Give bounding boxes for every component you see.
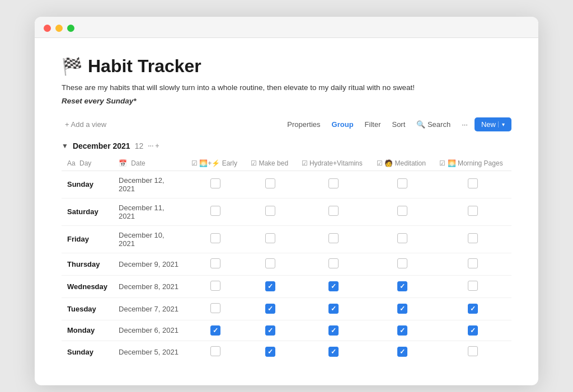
checkbox-3-1[interactable] <box>265 258 275 268</box>
check-cell-5-1[interactable] <box>245 297 296 320</box>
checkbox-7-2[interactable] <box>328 347 339 357</box>
check-cell-5-4[interactable] <box>434 297 511 320</box>
check-cell-1-0[interactable] <box>186 198 245 225</box>
checkbox-1-3[interactable] <box>397 206 407 216</box>
checkbox-1-4[interactable] <box>468 206 478 216</box>
check-cell-1-2[interactable] <box>296 198 371 225</box>
check-cell-3-4[interactable] <box>434 253 511 275</box>
checkbox-1-1[interactable] <box>265 206 275 216</box>
checkbox-7-1[interactable] <box>265 347 275 357</box>
checkbox-3-2[interactable] <box>328 258 339 268</box>
check-cell-6-3[interactable] <box>371 320 434 341</box>
check-cell-6-2[interactable] <box>296 320 371 341</box>
check-cell-0-3[interactable] <box>371 171 434 198</box>
checkbox-6-3[interactable] <box>397 325 407 336</box>
checkbox-6-4[interactable] <box>468 325 478 336</box>
group-button[interactable]: Group <box>327 118 358 131</box>
col-early: ☑ 🌅+⚡ Early <box>186 156 245 171</box>
check-cell-0-2[interactable] <box>296 171 371 198</box>
checkbox-4-0[interactable] <box>210 281 220 291</box>
check-cell-2-2[interactable] <box>296 225 371 253</box>
checkbox-1-0[interactable] <box>210 206 220 216</box>
checkbox-2-3[interactable] <box>397 233 407 243</box>
check-cell-0-4[interactable] <box>434 171 511 198</box>
checkbox-3-4[interactable] <box>468 258 478 268</box>
check-cell-2-4[interactable] <box>434 225 511 253</box>
checkbox-3-3[interactable] <box>397 258 407 268</box>
day-col-icon: Aa <box>67 159 76 167</box>
checkbox-5-3[interactable] <box>397 304 407 314</box>
check-cell-2-1[interactable] <box>245 225 296 253</box>
checkbox-0-4[interactable] <box>468 178 478 188</box>
check-cell-5-0[interactable] <box>186 297 245 320</box>
check-cell-4-3[interactable] <box>371 275 434 297</box>
check-cell-7-3[interactable] <box>371 341 434 363</box>
checkbox-7-3[interactable] <box>397 347 407 357</box>
date-cell: December 8, 2021 <box>113 275 186 297</box>
checkbox-0-1[interactable] <box>265 178 275 188</box>
check-cell-7-4[interactable] <box>434 341 511 363</box>
check-cell-7-1[interactable] <box>245 341 296 363</box>
check-cell-4-1[interactable] <box>245 275 296 297</box>
check-cell-0-0[interactable] <box>186 171 245 198</box>
checkbox-5-0[interactable] <box>210 303 220 313</box>
group-actions[interactable]: ··· + <box>148 142 159 150</box>
checkbox-0-0[interactable] <box>210 178 220 188</box>
check-cell-1-3[interactable] <box>371 198 434 225</box>
checkbox-2-2[interactable] <box>328 233 339 243</box>
checkbox-0-3[interactable] <box>397 178 407 188</box>
check-cell-2-0[interactable] <box>186 225 245 253</box>
check-cell-7-0[interactable] <box>186 341 245 363</box>
check-cell-6-1[interactable] <box>245 320 296 341</box>
close-button[interactable] <box>44 25 51 32</box>
checkbox-6-2[interactable] <box>328 325 339 336</box>
page-title-text: Habit Tracker <box>88 56 201 77</box>
checkbox-1-2[interactable] <box>328 206 339 216</box>
checkbox-4-3[interactable] <box>397 281 407 291</box>
checkbox-2-4[interactable] <box>468 233 478 243</box>
check-cell-3-2[interactable] <box>296 253 371 275</box>
checkbox-3-0[interactable] <box>210 258 220 268</box>
checkbox-4-2[interactable] <box>328 281 339 291</box>
check-cell-3-3[interactable] <box>371 253 434 275</box>
check-cell-1-4[interactable] <box>434 198 511 225</box>
maximize-button[interactable] <box>67 25 74 32</box>
check-cell-5-2[interactable] <box>296 297 371 320</box>
new-button-chevron: ▾ <box>498 121 505 127</box>
checkbox-7-4[interactable] <box>468 346 478 356</box>
search-button[interactable]: 🔍 Search <box>412 118 455 131</box>
checkbox-2-1[interactable] <box>265 233 275 243</box>
check-cell-3-0[interactable] <box>186 253 245 275</box>
check-cell-5-3[interactable] <box>371 297 434 320</box>
checkbox-0-2[interactable] <box>328 178 339 188</box>
checkbox-6-1[interactable] <box>265 325 275 336</box>
checkbox-4-4[interactable] <box>468 281 478 291</box>
checkbox-4-1[interactable] <box>265 281 275 291</box>
check-cell-6-0[interactable] <box>186 320 245 341</box>
checkbox-5-4[interactable] <box>468 304 478 314</box>
check-cell-4-0[interactable] <box>186 275 245 297</box>
check-cell-4-2[interactable] <box>296 275 371 297</box>
more-options-button[interactable]: ··· <box>457 118 472 131</box>
checkbox-5-2[interactable] <box>328 304 339 314</box>
sort-button[interactable]: Sort <box>387 118 410 131</box>
check-cell-4-4[interactable] <box>434 275 511 297</box>
minimize-button[interactable] <box>55 25 63 32</box>
check-cell-2-3[interactable] <box>371 225 434 253</box>
add-view-button[interactable]: + Add a view <box>62 118 110 131</box>
check-cell-7-2[interactable] <box>296 341 371 363</box>
checkbox-7-0[interactable] <box>210 346 220 356</box>
filter-button[interactable]: Filter <box>360 118 386 131</box>
date-cell: December 6, 2021 <box>113 320 186 341</box>
properties-button[interactable]: Properties <box>283 118 325 131</box>
table-header: Aa Day 📅 Date ☑ 🌅+⚡ Early ☑ Make bed ☑ H… <box>62 156 511 171</box>
checkbox-2-0[interactable] <box>210 233 220 243</box>
checkbox-5-1[interactable] <box>265 304 275 314</box>
new-button[interactable]: New ▾ <box>475 117 511 131</box>
day-cell: Friday <box>62 225 113 253</box>
check-cell-6-4[interactable] <box>434 320 511 341</box>
checkbox-6-0[interactable] <box>210 325 220 336</box>
check-cell-0-1[interactable] <box>245 171 296 198</box>
check-cell-3-1[interactable] <box>245 253 296 275</box>
check-cell-1-1[interactable] <box>245 198 296 225</box>
